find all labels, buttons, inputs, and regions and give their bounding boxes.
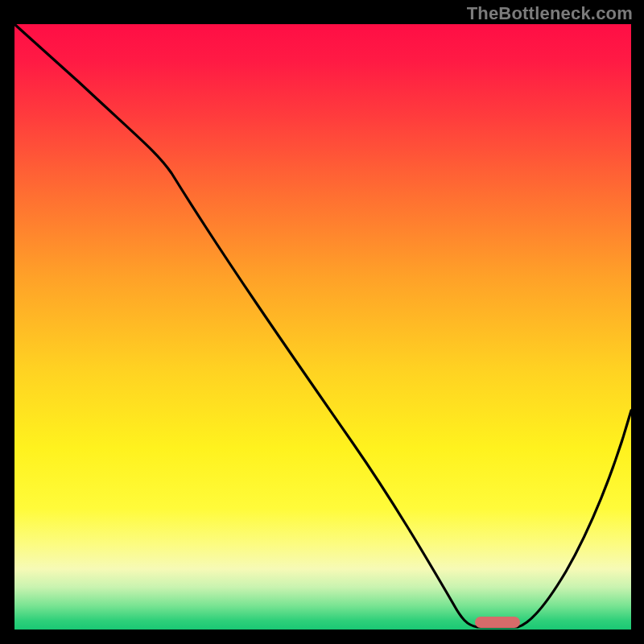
optimal-range-marker (475, 617, 520, 628)
chart-curve-svg (14, 24, 631, 630)
chart-plot-area (14, 24, 631, 630)
watermark-text: TheBottleneck.com (467, 3, 633, 24)
bottleneck-curve-path (14, 24, 631, 627)
